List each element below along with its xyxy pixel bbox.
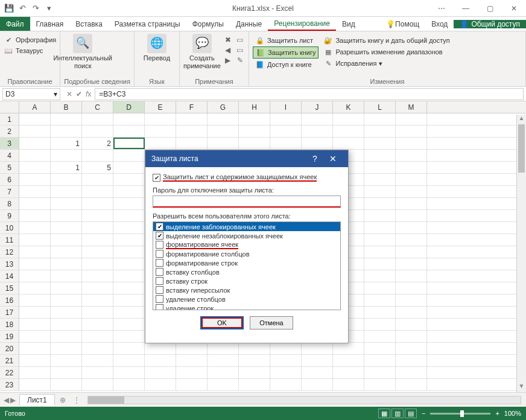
cell-A21[interactable] <box>19 355 51 366</box>
col-header-C[interactable]: C <box>82 101 113 113</box>
cell-D14[interactable] <box>113 270 145 282</box>
cell-D5[interactable] <box>113 162 145 173</box>
cell-D18[interactable] <box>113 319 145 330</box>
dialog-close-icon[interactable]: ✕ <box>324 154 342 164</box>
perm-item[interactable]: вставку гиперссылок <box>153 285 340 294</box>
ribbon-options-icon[interactable]: ⋯ <box>429 0 454 17</box>
row-header-19[interactable]: 19 <box>0 331 19 342</box>
cell-L16[interactable] <box>364 294 396 306</box>
cell-A4[interactable] <box>19 150 51 161</box>
cell-I2[interactable] <box>270 126 302 137</box>
cell-F23[interactable] <box>176 379 208 390</box>
row-header-15[interactable]: 15 <box>0 282 19 294</box>
cell-D21[interactable] <box>113 355 145 366</box>
cell-L17[interactable] <box>364 307 396 318</box>
redo-icon[interactable]: ↷ <box>30 3 41 14</box>
tab-home[interactable]: Главная <box>30 17 70 31</box>
sheet-nav-next-icon[interactable]: ▶ <box>10 396 16 404</box>
ok-button[interactable]: OK <box>200 316 244 329</box>
cell-G23[interactable] <box>208 379 239 390</box>
zoom-slider[interactable] <box>430 413 490 415</box>
save-icon[interactable]: 💾 <box>4 3 14 14</box>
cell-L12[interactable] <box>364 246 396 258</box>
cell-L7[interactable] <box>364 186 396 197</box>
scroll-up-icon[interactable]: ▲ <box>517 115 526 124</box>
cell-D19[interactable] <box>113 331 145 342</box>
cell-G22[interactable] <box>208 367 239 378</box>
col-header-J[interactable]: J <box>302 101 333 113</box>
tab-review[interactable]: Рецензирование <box>268 17 336 31</box>
cell-E20[interactable] <box>145 343 176 354</box>
cell-A13[interactable] <box>19 258 51 270</box>
perm-item[interactable]: форматирование строк <box>153 258 340 267</box>
allow-ranges-button[interactable]: ▦Разрешить изменение диапазонов <box>321 46 452 57</box>
zoom-out-icon[interactable]: − <box>422 410 425 417</box>
cell-I20[interactable] <box>270 343 302 354</box>
perm-item[interactable]: удаление строк <box>153 304 340 310</box>
row-header-17[interactable]: 17 <box>0 307 19 318</box>
cell-L15[interactable] <box>364 282 396 294</box>
sign-in[interactable]: Вход <box>425 20 454 28</box>
cell-C2[interactable] <box>82 126 113 137</box>
row-header-22[interactable]: 22 <box>0 367 19 378</box>
cell-J22[interactable] <box>302 367 333 378</box>
cell-L21[interactable] <box>364 355 396 366</box>
cell-D9[interactable] <box>113 210 145 221</box>
cell-K21[interactable] <box>333 355 364 366</box>
cell-C9[interactable] <box>82 210 113 221</box>
cancel-button[interactable]: Отмена <box>250 316 293 329</box>
undo-icon[interactable]: ↶ <box>17 3 28 14</box>
row-header-1[interactable]: 1 <box>0 113 19 125</box>
next-comment-icon[interactable]: ▶ <box>223 56 233 65</box>
cell-K3[interactable] <box>333 138 364 149</box>
cell-J21[interactable] <box>302 355 333 366</box>
cell-D8[interactable] <box>113 198 145 209</box>
select-all-corner[interactable] <box>0 101 19 113</box>
row-header-11[interactable]: 11 <box>0 234 19 246</box>
cell-C23[interactable] <box>82 379 113 390</box>
cell-B15[interactable] <box>51 282 82 294</box>
cell-M23[interactable] <box>396 379 427 390</box>
perm-item[interactable]: форматирование ячеек <box>153 240 340 249</box>
row-header-20[interactable]: 20 <box>0 343 19 354</box>
cell-A20[interactable] <box>19 343 51 354</box>
cell-F1[interactable] <box>176 113 208 125</box>
col-header-D[interactable]: D <box>113 101 145 113</box>
show-all-comments-icon[interactable]: ▭ <box>235 45 245 55</box>
cell-A15[interactable] <box>19 282 51 294</box>
col-header-G[interactable]: G <box>208 101 239 113</box>
cell-J23[interactable] <box>302 379 333 390</box>
share-button[interactable]: 👤 Общий доступ <box>454 20 526 28</box>
cell-F2[interactable] <box>176 126 208 137</box>
cell-H2[interactable] <box>239 126 270 137</box>
perm-item[interactable]: вставку строк <box>153 276 340 285</box>
cell-C4[interactable] <box>82 150 113 161</box>
cell-A19[interactable] <box>19 331 51 342</box>
row-header-12[interactable]: 12 <box>0 246 19 258</box>
cell-C11[interactable] <box>82 234 113 246</box>
cell-H23[interactable] <box>239 379 270 390</box>
cell-C14[interactable] <box>82 270 113 282</box>
cell-D7[interactable] <box>113 186 145 197</box>
row-header-9[interactable]: 9 <box>0 210 19 221</box>
cell-M14[interactable] <box>396 270 427 282</box>
cell-L19[interactable] <box>364 331 396 342</box>
cell-D12[interactable] <box>113 246 145 258</box>
cell-B9[interactable] <box>51 210 82 221</box>
cell-C12[interactable] <box>82 246 113 258</box>
col-header-L[interactable]: L <box>364 101 396 113</box>
sheet-tab[interactable]: Лист1 <box>19 394 55 406</box>
cell-C18[interactable] <box>82 319 113 330</box>
cell-F22[interactable] <box>176 367 208 378</box>
cell-K22[interactable] <box>333 367 364 378</box>
row-header-5[interactable]: 5 <box>0 162 19 173</box>
cell-G3[interactable] <box>208 138 239 149</box>
cell-E22[interactable] <box>145 367 176 378</box>
cell-M10[interactable] <box>396 222 427 234</box>
cell-C5[interactable]: 5 <box>82 162 113 173</box>
row-header-4[interactable]: 4 <box>0 150 19 161</box>
cell-M7[interactable] <box>396 186 427 197</box>
scroll-thumb[interactable] <box>518 124 525 173</box>
cell-M2[interactable] <box>396 126 427 137</box>
cell-E1[interactable] <box>145 113 176 125</box>
